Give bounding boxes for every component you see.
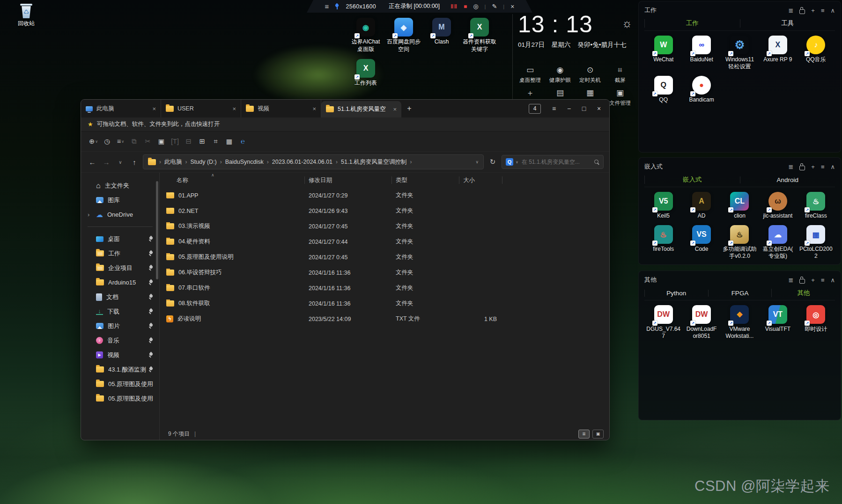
app-shortcut[interactable]: ∞ ↗ BaiduNet bbox=[682, 36, 720, 70]
list-view-icon[interactable]: ≣ bbox=[788, 7, 793, 14]
explorer-tab[interactable]: 51.1.机房变风量空 × bbox=[321, 101, 401, 117]
breadcrumb-segment[interactable]: Study (D:) bbox=[191, 159, 217, 165]
widget-tool-button[interactable]: ▭ 桌面整理 bbox=[515, 65, 545, 84]
address-dropdown-icon[interactable]: ∨ bbox=[475, 160, 479, 164]
column-header-size[interactable]: 大小 bbox=[459, 176, 502, 184]
app-shortcut[interactable]: VS ↗ Code bbox=[682, 225, 720, 260]
minimize-button[interactable]: − bbox=[562, 105, 576, 112]
menu-icon[interactable]: ≡ bbox=[821, 164, 825, 170]
toolbar-button[interactable]: ◷ bbox=[100, 138, 114, 145]
desktop-shortcut[interactable]: ◉ ↗ 边界AIChat 桌面版 bbox=[347, 18, 384, 53]
panel-tab[interactable]: 工作 bbox=[644, 19, 740, 28]
toolbar-button[interactable]: ⧉ bbox=[127, 138, 141, 146]
explorer-tab[interactable]: USER × bbox=[161, 100, 241, 117]
pin-icon[interactable] bbox=[148, 236, 154, 242]
app-shortcut[interactable]: X ↗ Axure RP 9 bbox=[759, 36, 797, 70]
sidebar-item[interactable]: 文档 bbox=[81, 290, 159, 304]
tab-close-icon[interactable]: × bbox=[232, 105, 236, 112]
widget-tool-button[interactable]: ⊙ 定时关机 bbox=[575, 65, 605, 84]
sidebar-item[interactable]: 图库 bbox=[81, 193, 159, 207]
sidebar-item[interactable]: › OneDrive bbox=[81, 207, 159, 222]
toolbar-button[interactable]: ⊟ bbox=[182, 138, 195, 145]
panel-tab[interactable]: FPGA bbox=[708, 290, 772, 297]
column-header-date[interactable]: 修改日期 bbox=[305, 176, 392, 184]
screenshot-icon[interactable]: ◎ bbox=[473, 3, 478, 10]
app-shortcut[interactable]: ♨ ↗ 多功能调试助 手v0.2.0 bbox=[721, 225, 759, 260]
file-row[interactable]: 02.NET 2024/1/26 9:43 文件夹 bbox=[162, 203, 609, 219]
expand-chevron-icon[interactable]: › bbox=[88, 211, 89, 218]
sidebar-scrollbar[interactable] bbox=[156, 181, 158, 279]
desktop-shortcut[interactable]: X ↗ 工作列表 bbox=[347, 59, 384, 87]
app-shortcut[interactable]: ⚙ ↗ Windows11 轻松设置 bbox=[721, 36, 759, 70]
recycle-bin[interactable]: ♺ 回收站 bbox=[11, 4, 41, 28]
panel-tab[interactable]: 工具 bbox=[740, 19, 835, 28]
quick-launch-bar[interactable]: ★ 可拖动文档、软件、文件夹到此，点击快速打开 bbox=[81, 117, 609, 131]
tab-close-icon[interactable]: × bbox=[312, 105, 316, 112]
sidebar-item[interactable]: 图片 bbox=[81, 319, 159, 333]
sidebar-item[interactable]: 音乐 bbox=[81, 333, 159, 348]
app-shortcut[interactable]: ❖ ↗ VMware Workstati... bbox=[721, 305, 759, 340]
breadcrumb-segment[interactable]: 51.1.机房变风量空调控制 bbox=[341, 158, 406, 166]
search-dropdown-icon[interactable]: ∨ bbox=[516, 160, 518, 164]
sidebar-item[interactable]: 05.原理图及使用 bbox=[81, 377, 159, 391]
toolbar-button[interactable]: ⌗ bbox=[209, 138, 222, 146]
collapse-icon[interactable]: ∧ bbox=[830, 164, 835, 170]
up-button[interactable]: ↑ bbox=[129, 158, 140, 166]
toolbar-button[interactable]: ≡∨ bbox=[114, 138, 127, 145]
draw-icon[interactable]: ✎ bbox=[492, 3, 497, 10]
sidebar-item[interactable]: 工作 bbox=[81, 246, 159, 261]
app-shortcut[interactable]: ▦ ↗ PCtoLCD200 2 bbox=[797, 225, 835, 260]
add-icon[interactable]: + bbox=[811, 164, 815, 170]
toolbar-button[interactable]: ℮ bbox=[236, 138, 250, 145]
app-shortcut[interactable]: W ↗ WeChat bbox=[644, 36, 682, 70]
list-view-button[interactable]: ≣ bbox=[578, 430, 590, 438]
file-row[interactable]: 01.APP 2024/1/27 0:29 文件夹 bbox=[162, 188, 609, 203]
pin-icon[interactable] bbox=[148, 338, 154, 343]
pin-icon[interactable] bbox=[148, 251, 154, 256]
breadcrumb-segment[interactable]: BaiduSyncdisk bbox=[225, 159, 264, 165]
close-button[interactable]: × bbox=[592, 105, 606, 112]
toolbar-button[interactable]: ▣ bbox=[155, 138, 168, 145]
maximize-button[interactable]: □ bbox=[577, 105, 591, 112]
collapse-icon[interactable]: ∧ bbox=[830, 277, 835, 283]
tab-close-icon[interactable]: × bbox=[393, 106, 397, 113]
breadcrumb-segment[interactable]: 2023.06.01-2024.06.01 bbox=[272, 159, 332, 165]
panel-tab[interactable]: Python bbox=[644, 290, 708, 297]
widget-tool-button[interactable]: ◉ 健康护眼 bbox=[545, 65, 575, 84]
pause-icon[interactable]: ‖‖ bbox=[451, 3, 458, 10]
file-row[interactable]: 必读说明 2023/5/22 14:09 TXT 文件 1 KB bbox=[162, 311, 609, 327]
tab-close-icon[interactable]: × bbox=[152, 105, 156, 112]
toolbar-button[interactable]: ✂ bbox=[141, 138, 155, 145]
app-shortcut[interactable]: Q ↗ QQ bbox=[644, 76, 682, 103]
pin-icon[interactable] bbox=[148, 367, 154, 373]
menu-icon[interactable]: ≡ bbox=[821, 277, 825, 283]
app-shortcut[interactable]: ♨ ↗ fireTools bbox=[644, 225, 682, 260]
pin-icon[interactable] bbox=[148, 294, 154, 300]
pin-icon[interactable] bbox=[148, 323, 154, 329]
widget-tool-button[interactable]: ⌗ 截屏 bbox=[605, 65, 635, 84]
pin-icon[interactable] bbox=[148, 352, 154, 358]
desktop-shortcut[interactable]: X ↗ 器件资料获取 关键字 bbox=[461, 18, 498, 53]
forward-button[interactable]: → bbox=[101, 158, 112, 166]
sidebar-item[interactable]: Arduino15 bbox=[81, 275, 159, 290]
sidebar-item[interactable]: 05.原理图及使用 bbox=[81, 391, 159, 406]
breadcrumb[interactable]: › 此电脑›Study (D:)›BaiduSyncdisk›2023.06.0… bbox=[143, 154, 484, 169]
panel-tab[interactable]: 其他 bbox=[771, 289, 835, 297]
desktop-shortcut[interactable]: ◈ ↗ 百度网盘同步 空间 bbox=[385, 18, 422, 53]
close-icon[interactable]: × bbox=[510, 3, 514, 10]
stop-icon[interactable]: ■ bbox=[464, 3, 467, 10]
explorer-tab[interactable]: 视频 × bbox=[241, 100, 321, 117]
list-view-icon[interactable]: ≣ bbox=[788, 164, 793, 170]
menu-icon[interactable]: ≡ bbox=[325, 2, 329, 10]
sidebar-item[interactable]: 43.1.酿酒监测 bbox=[81, 362, 159, 377]
file-row[interactable]: 08.软件获取 2024/1/16 11:36 文件夹 bbox=[162, 296, 609, 311]
app-shortcut[interactable]: V5 ↗ Keil5 bbox=[644, 192, 682, 219]
search-engine-icon[interactable]: Q bbox=[506, 158, 513, 166]
app-shortcut[interactable]: ● ↗ Bandicam bbox=[682, 76, 720, 103]
pin-icon[interactable] bbox=[148, 309, 154, 314]
history-dropdown-icon[interactable]: ∨ bbox=[115, 160, 126, 165]
list-view-icon[interactable]: ≣ bbox=[788, 277, 793, 283]
sidebar-item[interactable]: 主文件夹 bbox=[81, 178, 159, 193]
pin-icon[interactable] bbox=[335, 3, 340, 9]
breadcrumb-segment[interactable]: 此电脑 bbox=[164, 158, 182, 166]
